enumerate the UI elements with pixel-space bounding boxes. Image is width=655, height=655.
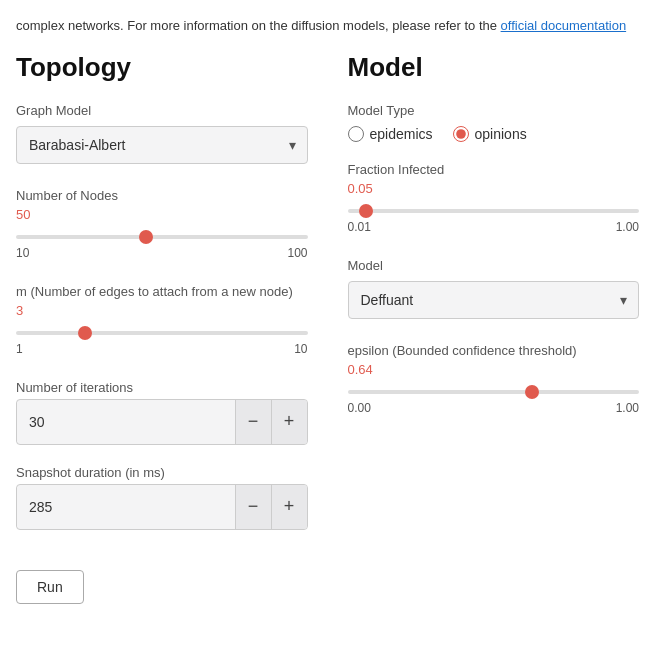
nodes-slider-container: [16, 226, 308, 242]
iterations-minus-button[interactable]: −: [235, 400, 271, 444]
model-column: Model Model Type epidemics opinions Frac…: [348, 52, 640, 604]
edges-label: m (Number of edges to attach from a new …: [16, 284, 308, 299]
topology-column: Topology Graph Model Barabasi-Albert Erd…: [16, 52, 308, 604]
nodes-label: Number of Nodes: [16, 188, 308, 203]
snapshot-container: 285 − +: [16, 484, 308, 530]
snapshot-plus-button[interactable]: +: [271, 485, 307, 529]
opinions-option[interactable]: opinions: [453, 126, 527, 142]
model-type-label: Model Type: [348, 103, 640, 118]
nodes-value: 50: [16, 207, 308, 222]
nodes-section: Number of Nodes 50 10 100: [16, 188, 308, 260]
snapshot-display: 285: [17, 487, 235, 527]
nodes-slider[interactable]: [16, 235, 308, 239]
epidemics-label: epidemics: [370, 126, 433, 142]
run-button[interactable]: Run: [16, 570, 84, 604]
iterations-row: Number of iterations 30 − +: [16, 380, 308, 445]
iterations-container: 30 − +: [16, 399, 308, 445]
snapshot-label: Snapshot duration (in ms): [16, 465, 308, 480]
fraction-slider[interactable]: [348, 209, 640, 213]
snapshot-row: Snapshot duration (in ms) 285 − +: [16, 465, 308, 530]
epsilon-slider-container: [348, 381, 640, 397]
edges-range-labels: 1 10: [16, 342, 308, 356]
nodes-range-labels: 10 100: [16, 246, 308, 260]
epsilon-section: epsilon (Bounded confidence threshold) 0…: [348, 343, 640, 415]
model-select-label: Model: [348, 258, 640, 273]
edges-slider[interactable]: [16, 331, 308, 335]
epidemics-radio[interactable]: [348, 126, 364, 142]
model-select[interactable]: Deffuant Hegselmann-Krause: [348, 281, 640, 319]
snapshot-minus-button[interactable]: −: [235, 485, 271, 529]
official-doc-link[interactable]: official documentation: [501, 18, 627, 33]
opinions-label: opinions: [475, 126, 527, 142]
intro-text: complex networks. For more information o…: [16, 16, 639, 36]
edges-slider-container: [16, 322, 308, 338]
model-title: Model: [348, 52, 640, 83]
fraction-value: 0.05: [348, 181, 640, 196]
model-type-radio-group: epidemics opinions: [348, 126, 640, 142]
edges-section: m (Number of edges to attach from a new …: [16, 284, 308, 356]
edges-value: 3: [16, 303, 308, 318]
fraction-section: Fraction Infected 0.05 0.01 1.00: [348, 162, 640, 234]
fraction-range-labels: 0.01 1.00: [348, 220, 640, 234]
epsilon-slider[interactable]: [348, 390, 640, 394]
epidemics-option[interactable]: epidemics: [348, 126, 433, 142]
model-select-wrapper: Deffuant Hegselmann-Krause ▾: [348, 281, 640, 319]
fraction-slider-container: [348, 200, 640, 216]
opinions-radio[interactable]: [453, 126, 469, 142]
topology-title: Topology: [16, 52, 308, 83]
epsilon-range-labels: 0.00 1.00: [348, 401, 640, 415]
graph-model-select[interactable]: Barabasi-Albert Erdos-Renyi Watts-Stroga…: [16, 126, 308, 164]
graph-model-wrapper: Barabasi-Albert Erdos-Renyi Watts-Stroga…: [16, 126, 308, 164]
iterations-display: 30: [17, 402, 235, 442]
epsilon-value: 0.64: [348, 362, 640, 377]
fraction-label: Fraction Infected: [348, 162, 640, 177]
iterations-plus-button[interactable]: +: [271, 400, 307, 444]
epsilon-label: epsilon (Bounded confidence threshold): [348, 343, 640, 358]
graph-model-label: Graph Model: [16, 103, 308, 118]
iterations-label: Number of iterations: [16, 380, 308, 395]
